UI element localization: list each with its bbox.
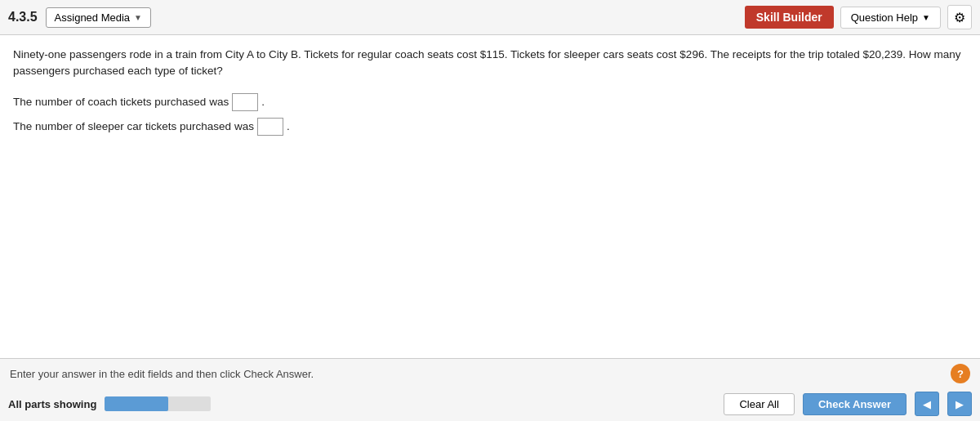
check-answer-button[interactable]: Check Answer	[803, 393, 906, 415]
assigned-media-button[interactable]: Assigned Media ▼	[46, 7, 151, 28]
bottom-bar: Enter your answer in the edit fields and…	[0, 358, 980, 421]
help-icon: ?	[957, 368, 964, 380]
progress-bar-fill	[105, 396, 168, 411]
coach-tickets-suffix: .	[261, 96, 265, 108]
status-text: Enter your answer in the edit fields and…	[10, 368, 314, 380]
version-label: 4.3.5	[8, 10, 38, 25]
question-help-button[interactable]: Question Help ▼	[840, 7, 941, 29]
chevron-down-icon: ▼	[922, 13, 930, 22]
coach-tickets-prefix: The number of coach tickets purchased wa…	[13, 96, 229, 108]
gear-icon: ⚙	[954, 10, 965, 25]
next-icon: ▶	[956, 398, 964, 410]
answer-line-1: The number of coach tickets purchased wa…	[13, 93, 967, 111]
prev-button[interactable]: ◀	[915, 392, 939, 416]
prev-icon: ◀	[923, 398, 931, 410]
coach-tickets-input[interactable]	[232, 93, 258, 111]
help-circle-button[interactable]: ?	[951, 364, 970, 383]
skill-builder-button[interactable]: Skill Builder	[745, 6, 834, 29]
question-help-label: Question Help	[851, 11, 918, 24]
sleeper-tickets-prefix: The number of sleeper car tickets purcha…	[13, 120, 254, 132]
settings-button[interactable]: ⚙	[947, 5, 972, 29]
sleeper-tickets-suffix: .	[287, 120, 290, 132]
question-text: Ninety-one passengers rode in a train fr…	[13, 47, 967, 80]
status-row: Enter your answer in the edit fields and…	[0, 359, 980, 388]
next-button[interactable]: ▶	[947, 392, 972, 416]
chevron-down-icon: ▼	[134, 13, 142, 22]
top-bar: 4.3.5 Assigned Media ▼ Skill Builder Que…	[0, 0, 980, 35]
progress-bar	[105, 396, 211, 411]
clear-all-button[interactable]: Clear All	[724, 393, 794, 415]
top-bar-right: Skill Builder Question Help ▼ ⚙	[745, 5, 972, 29]
answer-line-2: The number of sleeper car tickets purcha…	[13, 118, 967, 136]
action-row: All parts showing Clear All Check Answer…	[0, 388, 980, 421]
assigned-media-label: Assigned Media	[55, 11, 131, 24]
sleeper-tickets-input[interactable]	[257, 118, 283, 136]
top-bar-left: 4.3.5 Assigned Media ▼	[8, 7, 151, 28]
all-parts-label: All parts showing	[8, 398, 96, 410]
main-content: Ninety-one passengers rode in a train fr…	[0, 35, 980, 358]
